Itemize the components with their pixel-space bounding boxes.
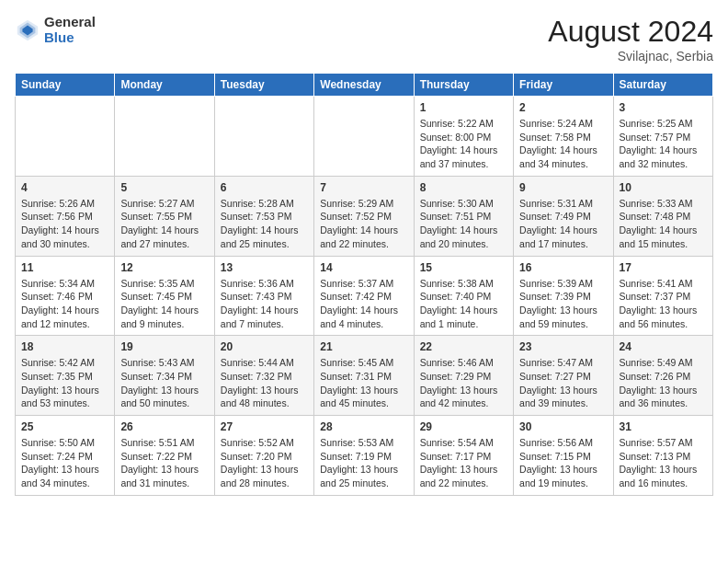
day-info-1: Sunrise: 5:22 AMSunset: 8:00 PMDaylight:… [420,117,507,171]
calendar-table: Sunday Monday Tuesday Wednesday Thursday… [15,73,713,496]
day-info-2: Sunrise: 5:24 AMSunset: 7:58 PMDaylight:… [519,117,607,171]
day-cell-28: 28Sunrise: 5:53 AMSunset: 7:19 PMDayligh… [314,416,414,496]
day-info-30: Sunrise: 5:56 AMSunset: 7:15 PMDaylight:… [519,436,607,490]
header-friday: Friday [514,74,613,97]
day-number-4: 4 [21,181,108,194]
day-number-15: 15 [420,261,507,274]
month-year-title: August 2024 [548,15,713,49]
day-info-12: Sunrise: 5:35 AMSunset: 7:45 PMDaylight:… [120,277,208,331]
day-info-20: Sunrise: 5:44 AMSunset: 7:32 PMDaylight:… [221,356,308,410]
day-cell-17: 17Sunrise: 5:41 AMSunset: 7:37 PMDayligh… [613,256,712,336]
header-tuesday: Tuesday [214,74,313,97]
day-info-23: Sunrise: 5:47 AMSunset: 7:27 PMDaylight:… [519,356,607,410]
day-cell-31: 31Sunrise: 5:57 AMSunset: 7:13 PMDayligh… [613,416,712,496]
day-cell-26: 26Sunrise: 5:51 AMSunset: 7:22 PMDayligh… [115,416,214,496]
day-number-9: 9 [519,181,607,194]
day-cell-13: 13Sunrise: 5:36 AMSunset: 7:43 PMDayligh… [214,256,313,336]
day-cell-20: 20Sunrise: 5:44 AMSunset: 7:32 PMDayligh… [214,336,313,416]
day-number-20: 20 [221,340,308,353]
day-cell-5: 5Sunrise: 5:27 AMSunset: 7:55 PMDaylight… [115,176,214,256]
calendar-row-1: 1Sunrise: 5:22 AMSunset: 8:00 PMDaylight… [16,97,713,177]
day-info-26: Sunrise: 5:51 AMSunset: 7:22 PMDaylight:… [120,436,208,490]
day-number-10: 10 [620,181,707,194]
logo-general-text: General [44,15,96,30]
header-sunday: Sunday [16,74,115,97]
day-cell-18: 18Sunrise: 5:42 AMSunset: 7:35 PMDayligh… [16,336,115,416]
day-cell-9: 9Sunrise: 5:31 AMSunset: 7:49 PMDaylight… [514,176,613,256]
day-number-12: 12 [120,261,208,274]
day-cell-30: 30Sunrise: 5:56 AMSunset: 7:15 PMDayligh… [514,416,613,496]
day-cell-8: 8Sunrise: 5:30 AMSunset: 7:51 PMDaylight… [414,176,513,256]
day-info-22: Sunrise: 5:46 AMSunset: 7:29 PMDaylight:… [420,356,507,410]
day-number-23: 23 [519,340,607,353]
day-number-25: 25 [21,420,108,433]
empty-cell [115,97,214,177]
day-number-31: 31 [620,420,707,433]
location-subtitle: Svilajnac, Serbia [548,49,713,63]
day-number-22: 22 [420,340,507,353]
day-info-31: Sunrise: 5:57 AMSunset: 7:13 PMDaylight:… [620,436,707,490]
day-cell-10: 10Sunrise: 5:33 AMSunset: 7:48 PMDayligh… [613,176,712,256]
day-info-28: Sunrise: 5:53 AMSunset: 7:19 PMDaylight:… [320,436,407,490]
day-number-8: 8 [420,181,507,194]
day-info-25: Sunrise: 5:50 AMSunset: 7:24 PMDaylight:… [21,436,108,490]
day-cell-19: 19Sunrise: 5:43 AMSunset: 7:34 PMDayligh… [115,336,214,416]
header-wednesday: Wednesday [314,74,414,97]
day-number-6: 6 [221,181,308,194]
calendar-row-4: 18Sunrise: 5:42 AMSunset: 7:35 PMDayligh… [16,336,713,416]
day-info-4: Sunrise: 5:26 AMSunset: 7:56 PMDaylight:… [21,197,108,251]
day-cell-11: 11Sunrise: 5:34 AMSunset: 7:46 PMDayligh… [16,256,115,336]
day-number-27: 27 [221,420,308,433]
title-block: August 2024 Svilajnac, Serbia [548,15,713,63]
day-cell-4: 4Sunrise: 5:26 AMSunset: 7:56 PMDaylight… [16,176,115,256]
empty-cell [16,97,115,177]
day-number-7: 7 [320,181,407,194]
logo-blue-text: Blue [44,30,96,46]
day-cell-27: 27Sunrise: 5:52 AMSunset: 7:20 PMDayligh… [214,416,313,496]
day-info-11: Sunrise: 5:34 AMSunset: 7:46 PMDaylight:… [21,277,108,331]
day-info-29: Sunrise: 5:54 AMSunset: 7:17 PMDaylight:… [420,436,507,490]
day-info-9: Sunrise: 5:31 AMSunset: 7:49 PMDaylight:… [519,197,607,251]
header-thursday: Thursday [414,74,513,97]
day-cell-14: 14Sunrise: 5:37 AMSunset: 7:42 PMDayligh… [314,256,414,336]
day-info-8: Sunrise: 5:30 AMSunset: 7:51 PMDaylight:… [420,197,507,251]
day-cell-3: 3Sunrise: 5:25 AMSunset: 7:57 PMDaylight… [613,97,712,177]
logo: General Blue [15,15,96,45]
day-cell-21: 21Sunrise: 5:45 AMSunset: 7:31 PMDayligh… [314,336,414,416]
day-cell-2: 2Sunrise: 5:24 AMSunset: 7:58 PMDaylight… [514,97,613,177]
day-info-5: Sunrise: 5:27 AMSunset: 7:55 PMDaylight:… [120,197,208,251]
day-info-27: Sunrise: 5:52 AMSunset: 7:20 PMDaylight:… [221,436,308,490]
day-cell-16: 16Sunrise: 5:39 AMSunset: 7:39 PMDayligh… [514,256,613,336]
day-number-19: 19 [120,340,208,353]
day-number-30: 30 [519,420,607,433]
day-cell-29: 29Sunrise: 5:54 AMSunset: 7:17 PMDayligh… [414,416,513,496]
day-number-24: 24 [620,340,707,353]
day-number-3: 3 [620,101,707,114]
day-number-11: 11 [21,261,108,274]
header-monday: Monday [115,74,214,97]
header-saturday: Saturday [613,74,712,97]
day-number-14: 14 [320,261,407,274]
day-cell-23: 23Sunrise: 5:47 AMSunset: 7:27 PMDayligh… [514,336,613,416]
day-number-16: 16 [519,261,607,274]
day-info-7: Sunrise: 5:29 AMSunset: 7:52 PMDaylight:… [320,197,407,251]
day-cell-25: 25Sunrise: 5:50 AMSunset: 7:24 PMDayligh… [16,416,115,496]
day-number-26: 26 [120,420,208,433]
day-cell-7: 7Sunrise: 5:29 AMSunset: 7:52 PMDaylight… [314,176,414,256]
day-info-3: Sunrise: 5:25 AMSunset: 7:57 PMDaylight:… [620,117,707,171]
day-info-18: Sunrise: 5:42 AMSunset: 7:35 PMDaylight:… [21,356,108,410]
day-info-14: Sunrise: 5:37 AMSunset: 7:42 PMDaylight:… [320,277,407,331]
day-number-29: 29 [420,420,507,433]
empty-cell [214,97,313,177]
day-info-19: Sunrise: 5:43 AMSunset: 7:34 PMDaylight:… [120,356,208,410]
day-number-13: 13 [221,261,308,274]
day-number-5: 5 [120,181,208,194]
day-info-13: Sunrise: 5:36 AMSunset: 7:43 PMDaylight:… [221,277,308,331]
day-number-18: 18 [21,340,108,353]
day-cell-15: 15Sunrise: 5:38 AMSunset: 7:40 PMDayligh… [414,256,513,336]
day-info-17: Sunrise: 5:41 AMSunset: 7:37 PMDaylight:… [620,277,707,331]
day-cell-6: 6Sunrise: 5:28 AMSunset: 7:53 PMDaylight… [214,176,313,256]
logo-icon [15,17,40,43]
page-header: General Blue August 2024 Svilajnac, Serb… [15,15,713,63]
day-cell-1: 1Sunrise: 5:22 AMSunset: 8:00 PMDaylight… [414,97,513,177]
